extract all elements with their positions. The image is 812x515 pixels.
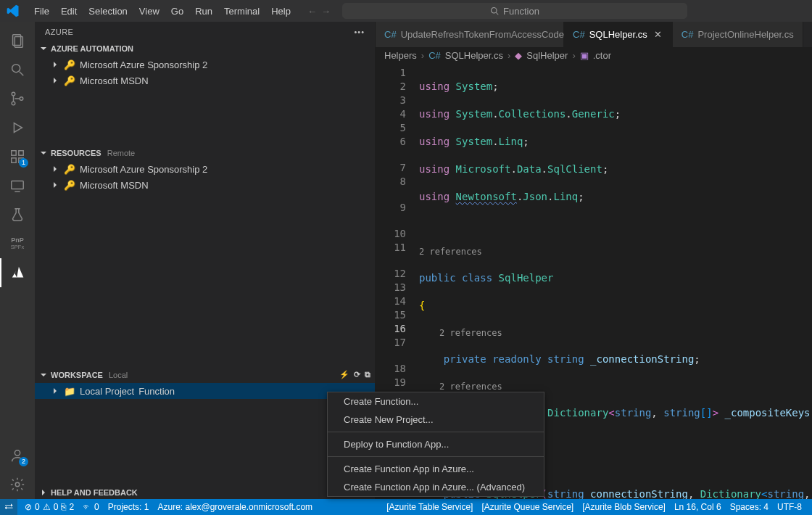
nav-forward-icon[interactable]: → [321,6,331,17]
status-azurite-blob[interactable]: [Azurite Blob Service] [578,502,670,512]
key-icon: 🔑 [64,164,75,175]
extensions-icon[interactable]: 1 [0,142,35,171]
status-bar: ⮂ ⊘0 ⚠0 ⎘2 ᯤ0 Projects: 1 Azure: alex@gr… [0,499,812,515]
status-encoding[interactable]: UTF-8 [773,502,806,512]
azure-icon[interactable] [0,258,35,287]
status-projects[interactable]: Projects: 1 [104,502,154,512]
ctx-create-function[interactable]: Create Function... [328,392,544,411]
tree-item-sponsorship[interactable]: 🔑 Microsoft Azure Sponsorship 2 [35,57,375,73]
search-activity-icon[interactable] [0,55,35,84]
svg-point-17 [15,482,20,487]
refresh-icon[interactable]: ⟳ [354,370,360,379]
svg-point-7 [12,102,15,105]
tree-item-msdn-res[interactable]: 🔑 Microsoft MSDN [35,177,375,193]
codelens[interactable]: 2 references [419,380,812,392]
extensions-badge: 1 [19,158,28,168]
scm-icon[interactable] [0,84,35,113]
ctx-create-new-project[interactable]: Create New Project... [328,411,544,429]
sidebar-title: AZURE [45,28,73,36]
menu-separator [328,432,544,432]
tab-updaterefreshtoken[interactable]: C# UpdateRefreshTokenFromAccessCode.cs [376,22,564,47]
key-icon: 🔑 [64,75,75,86]
close-tab-icon[interactable]: ✕ [653,29,663,40]
status-azure-account[interactable]: Azure: alex@groverale.onmicrosoft.com [153,502,317,512]
chevron-right-icon [39,488,48,497]
run-debug-icon[interactable] [0,113,35,142]
pnp-icon[interactable]: PnPSPFx [0,229,35,258]
csharp-file-icon: C# [384,29,397,40]
tab-sqlhelper[interactable]: C# SQLHelper.cs ✕ [564,22,673,47]
svg-marker-9 [14,123,22,133]
menu-edit[interactable]: Edit [56,3,82,20]
svg-line-1 [496,12,498,15]
svg-point-16 [14,450,20,456]
status-problems[interactable]: ⊘0 ⚠0 ⎘2 [20,502,78,512]
section-help[interactable]: HELP AND FEEDBACK [35,486,375,499]
menu-help[interactable]: Help [266,3,296,20]
class-icon: ◆ [515,50,522,61]
sidebar-more-icon[interactable]: ••• [354,28,365,36]
menu-file[interactable]: File [29,3,54,20]
chevron-right-icon [51,165,59,173]
key-icon: 🔑 [64,59,75,70]
status-azurite-table[interactable]: [Azurite Table Service] [382,502,477,512]
svg-point-4 [12,65,20,73]
chevron-right-icon [51,387,59,395]
csharp-file-icon: C# [428,50,441,61]
search-icon [490,7,499,15]
status-radio[interactable]: ᯤ0 [78,502,104,512]
menu-separator [328,456,544,457]
codelens[interactable]: 2 references [419,326,812,339]
nav-back-icon[interactable]: ← [307,6,317,17]
menu-view[interactable]: View [134,3,165,20]
chevron-right-icon [51,181,59,189]
menu-go[interactable]: Go [166,3,188,20]
chevron-down-icon [39,44,48,53]
svg-rect-13 [19,151,23,155]
chevron-right-icon [51,60,59,69]
svg-point-0 [492,8,497,14]
remote-explorer-icon[interactable] [0,171,35,200]
remote-indicator[interactable]: ⮂ [0,499,17,515]
accounts-icon[interactable]: 2 [0,441,35,470]
section-azure-automation[interactable]: AZURE AUTOMATION [35,42,375,55]
svg-rect-10 [12,151,16,155]
explorer-icon[interactable] [0,26,35,55]
activity-bar: 1 PnPSPFx 2 [0,22,35,499]
status-azurite-queue[interactable]: [Azurite Queue Service] [477,502,578,512]
search-placeholder: Function [503,6,539,17]
csharp-file-icon: C# [573,29,585,40]
tree-item-sponsorship-res[interactable]: 🔑 Microsoft Azure Sponsorship 2 [35,161,375,177]
section-workspace[interactable]: WORKSPACE Local ⚡ ⟳ ⧉ [35,368,375,382]
folder-icon: 📁 [64,386,75,397]
vscode-logo-icon [6,4,20,18]
svg-rect-14 [12,181,24,189]
settings-gear-icon[interactable] [0,470,35,499]
menu-terminal[interactable]: Terminal [219,3,265,20]
menu-selection[interactable]: Selection [83,3,132,20]
editor-tabs: C# UpdateRefreshTokenFromAccessCode.cs C… [376,22,812,47]
menu-run[interactable]: Run [190,3,218,20]
ctx-create-function-app[interactable]: Create Function App in Azure... [328,460,544,478]
lightning-icon[interactable]: ⚡ [339,370,349,379]
section-resources[interactable]: RESOURCES Remote [35,147,375,160]
status-spaces[interactable]: Spaces: 4 [726,502,773,512]
tree-item-msdn[interactable]: 🔑 Microsoft MSDN [35,73,375,88]
testing-icon[interactable] [0,200,35,229]
codelens[interactable]: 2 references [419,245,812,258]
command-center-search[interactable]: Function [342,3,687,19]
chevron-down-icon [39,371,48,379]
menu-bar: File Edit Selection View Go Run Terminal… [29,3,296,20]
svg-line-5 [20,72,24,76]
tree-item-local-project[interactable]: 📁 Local Project Function [35,383,375,399]
svg-point-8 [20,97,23,101]
ctx-create-function-app-advanced[interactable]: Create Function App in Azure... (Advance… [328,478,544,496]
breadcrumb[interactable]: Helpers› C#SQLHelper.cs› ◆SqlHelper› ▣.c… [376,47,812,63]
tab-projectonline[interactable]: C# ProjectOnlineHelper.cs [673,22,803,47]
collapse-icon[interactable]: ⧉ [365,370,370,379]
status-cursor[interactable]: Ln 16, Col 6 [670,502,726,512]
svg-point-6 [12,92,15,96]
svg-rect-11 [12,158,16,162]
chevron-down-icon [39,149,48,157]
ctx-deploy-function-app[interactable]: Deploy to Function App... [328,435,544,453]
